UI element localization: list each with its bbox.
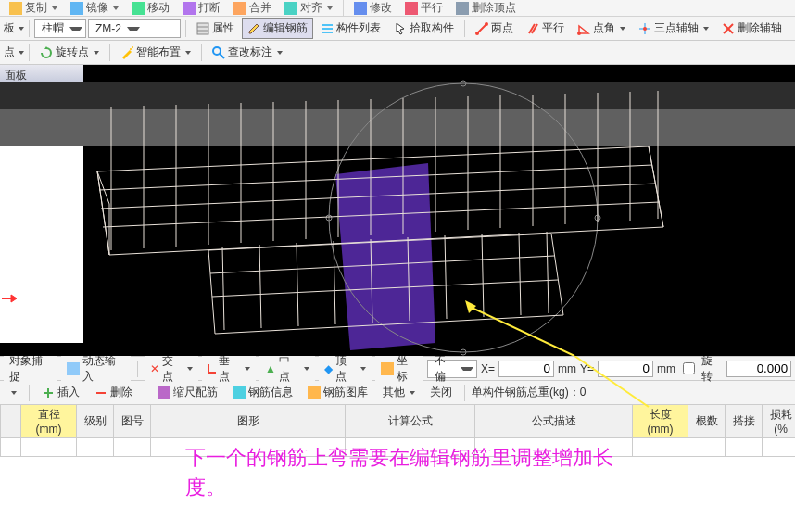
member-combo[interactable]: 柱帽 xyxy=(34,19,86,38)
hdr-formula[interactable]: 计算公式 xyxy=(346,405,475,438)
threepoint-btn[interactable]: 三点辅轴 xyxy=(633,18,714,39)
dotangle-btn[interactable]: 点角 xyxy=(572,18,631,39)
rot-input[interactable] xyxy=(726,361,791,377)
svg-line-57 xyxy=(259,245,261,328)
info-btn[interactable]: 钢筋信息 xyxy=(227,382,298,403)
copy-btn[interactable]: 复制 xyxy=(4,0,63,17)
del-axis-icon xyxy=(722,22,735,35)
hdr-length[interactable]: 长度(mm) xyxy=(633,405,688,438)
close-label: 关闭 xyxy=(430,385,452,400)
rotate-btn[interactable]: 旋转点 xyxy=(34,42,105,63)
summary-label: 单构件钢筋总重(kg)：0 xyxy=(472,385,586,400)
close2-label: 合并 xyxy=(249,0,271,16)
rotate-label: 旋转点 xyxy=(56,44,89,60)
mirror-btn[interactable]: 镜像 xyxy=(65,0,124,17)
svg-rect-22 xyxy=(0,109,795,146)
other-btn[interactable]: 其他 xyxy=(377,382,421,403)
mm2: mm xyxy=(657,362,675,375)
cross-label: 交点 xyxy=(162,353,183,385)
mirror-label: 镜像 xyxy=(86,0,108,16)
member-combo-value: 柱帽 xyxy=(38,20,68,36)
svg-point-11 xyxy=(577,32,581,35)
pointer-icon xyxy=(394,22,407,35)
delete-label: 删除 xyxy=(110,385,132,400)
svg-line-62 xyxy=(445,235,447,319)
y-input[interactable] xyxy=(598,361,653,377)
twopoint-btn[interactable]: 两点 xyxy=(470,18,519,39)
go-btn[interactable]: 平行 xyxy=(399,0,448,17)
props-icon xyxy=(196,22,209,35)
parallel-btn[interactable]: 平行 xyxy=(521,18,570,39)
mid-label: 中点 xyxy=(279,353,299,385)
align-label: 对齐 xyxy=(300,0,322,16)
x-input[interactable] xyxy=(498,361,554,377)
align-btn[interactable]: 对齐 xyxy=(279,0,338,17)
offset-combo[interactable]: 不偏 xyxy=(427,360,477,378)
svg-rect-3 xyxy=(322,24,333,26)
del-label: 删除顶点 xyxy=(472,0,516,16)
svg-line-68 xyxy=(468,306,574,356)
zm-combo[interactable]: ZM-2 xyxy=(88,19,181,38)
list-icon xyxy=(321,22,334,35)
svg-point-17 xyxy=(130,48,132,50)
hdr-shape[interactable]: 图形 xyxy=(151,405,346,438)
svg-point-8 xyxy=(485,22,488,26)
sub-drop1[interactable] xyxy=(4,388,22,398)
wand-icon xyxy=(120,46,133,59)
svg-point-7 xyxy=(475,32,479,35)
svg-rect-4 xyxy=(322,28,333,30)
coord-label: 坐标 xyxy=(397,353,418,385)
minus-icon xyxy=(95,386,107,399)
del-axis-btn[interactable]: 删除辅轴 xyxy=(716,18,788,39)
props-btn[interactable]: 属性 xyxy=(191,18,240,39)
props-d-btn[interactable]: 修改 xyxy=(348,0,398,17)
smart-btn[interactable]: 智能布置 xyxy=(115,42,196,63)
svg-marker-23 xyxy=(335,163,435,350)
pick-comp-btn[interactable]: 拾取构件 xyxy=(388,18,460,39)
go-label: 平行 xyxy=(421,0,443,16)
scale-btn[interactable]: 缩尺配筋 xyxy=(152,382,223,403)
delete-btn[interactable]: 删除 xyxy=(89,382,138,403)
rot-checkbox[interactable] xyxy=(683,362,695,374)
close-btn[interactable]: 关闭 xyxy=(424,382,458,403)
hdr-lap[interactable]: 搭接 xyxy=(726,405,763,438)
props-d-label: 修改 xyxy=(370,0,392,16)
lookup-btn[interactable]: 查改标注 xyxy=(207,42,288,63)
perp-label: 垂点 xyxy=(219,353,240,385)
twopoint-icon xyxy=(475,22,488,35)
svg-line-31 xyxy=(649,146,663,227)
insert-label: 插入 xyxy=(57,385,80,400)
move-btn[interactable]: 移动 xyxy=(126,0,175,17)
rebar-label: 打断 xyxy=(198,0,221,16)
hdr-diameter[interactable]: 直径(mm) xyxy=(21,405,77,438)
del-btn[interactable]: 删除顶点 xyxy=(450,0,522,17)
rotate-icon xyxy=(40,46,53,59)
svg-point-19 xyxy=(213,47,221,55)
threepoint-label: 三点辅轴 xyxy=(654,20,699,36)
offset-combo-value: 不偏 xyxy=(431,353,459,385)
y-prefix: Y= xyxy=(580,362,594,375)
svg-point-18 xyxy=(132,46,133,48)
comp-list-label: 构件列表 xyxy=(336,20,381,36)
pick-comp-label: 拾取构件 xyxy=(410,20,454,36)
hdr-loss[interactable]: 损耗(% xyxy=(763,405,796,438)
svg-line-63 xyxy=(482,234,484,317)
viewport-3d[interactable]: 面板 远 式 xyxy=(0,65,795,356)
rebar-btn[interactable]: 打断 xyxy=(177,0,226,17)
dyninput-label: 动态输入 xyxy=(82,353,125,385)
edit-rebar-btn[interactable]: 编辑钢筋 xyxy=(242,18,313,39)
hdr-grade[interactable]: 级别 xyxy=(77,405,114,438)
zm-combo-value: ZM-2 xyxy=(92,22,125,35)
svg-line-64 xyxy=(519,233,521,315)
hdr-drawno[interactable]: 图号 xyxy=(114,405,151,438)
close2-btn[interactable]: 合并 xyxy=(228,0,277,17)
hdr-desc[interactable]: 公式描述 xyxy=(475,405,633,438)
svg-line-6 xyxy=(477,24,486,33)
hdr-count[interactable]: 根数 xyxy=(688,405,726,438)
search-icon xyxy=(212,46,225,59)
annotation-text: 下一个的钢筋上弯需要在编辑钢筋里调整增加长度。 xyxy=(185,443,649,502)
comp-list-btn[interactable]: 构件列表 xyxy=(315,18,386,39)
svg-rect-5 xyxy=(322,32,333,33)
insert-btn[interactable]: 插入 xyxy=(36,382,85,403)
lib-btn[interactable]: 钢筋图库 xyxy=(302,382,373,403)
